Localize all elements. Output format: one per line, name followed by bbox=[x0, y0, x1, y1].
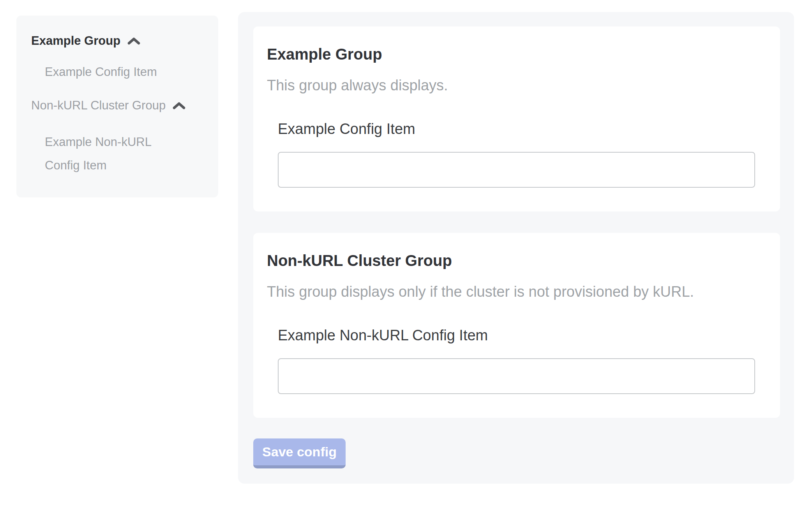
config-nav-sidebar: Example Group Example Config Item Non-kU… bbox=[16, 16, 218, 197]
sidebar-item-example-non-kurl-config-item[interactable]: Example Non-kURL Config Item bbox=[45, 130, 175, 177]
config-item-label: Example Non-kURL Config Item bbox=[278, 326, 766, 344]
config-page: Example Group Example Config Item Non-kU… bbox=[0, 0, 812, 507]
sidebar-item-example-config-item[interactable]: Example Config Item bbox=[45, 64, 207, 80]
group-description: This group always displays. bbox=[267, 76, 766, 94]
config-item-input-non-kurl[interactable] bbox=[278, 358, 755, 394]
chevron-up-icon[interactable] bbox=[173, 102, 185, 110]
sidebar-group-label: Example Group bbox=[31, 33, 120, 49]
save-config-button[interactable]: Save config bbox=[253, 438, 346, 468]
group-title: Non-kURL Cluster Group bbox=[267, 251, 766, 270]
group-description: This group displays only if the cluster … bbox=[267, 283, 766, 301]
sidebar-group-label: Non-kURL Cluster Group bbox=[31, 97, 166, 114]
config-item-label: Example Config Item bbox=[278, 120, 766, 138]
sidebar-group-non-kurl-cluster-group[interactable]: Non-kURL Cluster Group bbox=[31, 97, 207, 114]
sidebar-group-example-group[interactable]: Example Group bbox=[31, 33, 207, 49]
config-group-card-non-kurl: Non-kURL Cluster Group This group displa… bbox=[253, 233, 780, 418]
config-field: Example Config Item bbox=[278, 120, 766, 188]
config-field: Example Non-kURL Config Item bbox=[278, 326, 766, 394]
config-panel: Example Group This group always displays… bbox=[238, 12, 794, 484]
group-title: Example Group bbox=[267, 44, 766, 64]
chevron-up-icon[interactable] bbox=[127, 37, 140, 45]
config-item-input-example[interactable] bbox=[278, 152, 755, 188]
config-group-card-example-group: Example Group This group always displays… bbox=[253, 26, 780, 211]
